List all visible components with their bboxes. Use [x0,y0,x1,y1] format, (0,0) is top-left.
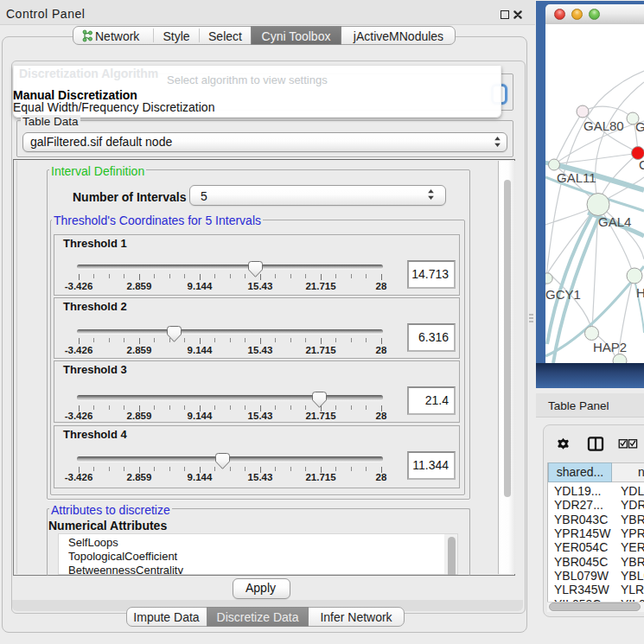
svg-text:GAL11: GAL11 [557,170,596,185]
svg-text:GAL4: GAL4 [598,214,631,229]
svg-text:GA: GA [635,119,644,134]
svg-text:HAP2: HAP2 [593,340,627,354]
svg-text:C: C [639,157,644,172]
svg-text:GAL80: GAL80 [583,118,624,133]
svg-text:HI: HI [636,285,644,300]
svg-text:GCY1: GCY1 [545,287,581,302]
